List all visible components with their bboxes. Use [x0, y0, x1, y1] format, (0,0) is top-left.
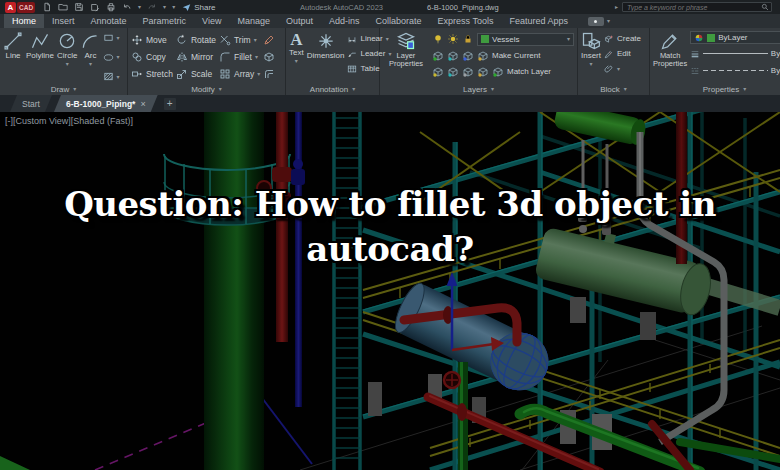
scale-icon	[176, 68, 188, 80]
line-icon	[3, 31, 23, 51]
linetype-icon	[690, 66, 700, 76]
qat-customize-caret-icon[interactable]: ▾	[172, 4, 175, 10]
rectangle-button[interactable]: ▾	[103, 32, 119, 43]
insert-button[interactable]: Insert ▾	[581, 31, 601, 83]
modify-panel-caret-icon: ▾	[219, 86, 222, 92]
search-icon[interactable]	[761, 3, 769, 11]
linetype-dropdown[interactable]: ByLayer	[690, 63, 780, 78]
properties-panel-label[interactable]: Properties ▾	[650, 83, 780, 95]
mirror-button[interactable]: Mirror	[176, 48, 216, 65]
array-button[interactable]: Array ▾	[219, 65, 260, 82]
tab-annotate[interactable]: Annotate	[83, 14, 135, 28]
layer-turn-off-icon[interactable]	[447, 66, 459, 78]
tab-collaborate[interactable]: Collaborate	[368, 14, 430, 28]
line-button[interactable]: Line	[3, 31, 23, 83]
panel-properties: Match Properties ByLayer ByLayer	[650, 28, 780, 95]
rotate-button[interactable]: Rotate	[176, 31, 216, 48]
new-tab-button[interactable]: +	[164, 98, 176, 110]
autocad-logo-a: A	[5, 2, 16, 13]
tab-view[interactable]: View	[194, 14, 229, 28]
dim-overlay	[0, 112, 780, 470]
layer-on-bulb-icon[interactable]	[432, 33, 444, 45]
tab-express-tools[interactable]: Express Tools	[430, 14, 502, 28]
share-button[interactable]: Share	[182, 3, 215, 12]
tab-insert[interactable]: Insert	[44, 14, 83, 28]
polyline-button[interactable]: Polyline	[26, 31, 54, 83]
ribbon-minimize-button[interactable]: ▾	[588, 17, 610, 26]
block-panel-label[interactable]: Block ▾	[578, 83, 649, 95]
ellipse-button[interactable]: ▾	[103, 52, 119, 63]
arc-label: Arc	[84, 52, 96, 60]
layer-freeze-icon[interactable]	[462, 50, 474, 62]
erase-button[interactable]	[263, 31, 275, 48]
tab-parametric[interactable]: Parametric	[135, 14, 195, 28]
fillet-label: Fillet	[234, 52, 252, 62]
edit-block-button[interactable]: Edit	[604, 46, 641, 61]
layer-lock-toggle-icon[interactable]	[477, 50, 489, 62]
stretch-button[interactable]: Stretch	[131, 65, 173, 82]
tab-featured-apps[interactable]: Featured Apps	[501, 14, 576, 28]
create-block-button[interactable]: Create	[604, 31, 641, 46]
layer-fade-icon[interactable]	[462, 66, 474, 78]
arc-button[interactable]: Arc ▾	[80, 31, 100, 83]
dimension-icon	[316, 31, 336, 51]
move-button[interactable]: Move	[131, 31, 173, 48]
viewport-controls[interactable]: [-][Custom View][Shaded (Fast)]	[5, 116, 133, 126]
create-block-label: Create	[617, 34, 641, 43]
search-expand-caret-icon[interactable]: ▸	[615, 3, 618, 10]
match-properties-button[interactable]: Match Properties	[653, 31, 687, 83]
layer-unisolate-icon[interactable]	[447, 50, 459, 62]
layer-thaw-sun-icon[interactable]	[447, 33, 459, 45]
help-search-box	[622, 2, 772, 12]
tab-output[interactable]: Output	[278, 14, 321, 28]
layer-isolate-icon[interactable]	[432, 50, 444, 62]
properties-panel-title: Properties	[703, 85, 739, 94]
rotate-icon	[176, 34, 188, 46]
layer-properties-button[interactable]: Layer Properties	[383, 31, 429, 83]
layers-panel-label[interactable]: Layers ▾	[380, 83, 577, 95]
leader-icon	[347, 49, 357, 59]
drawing-viewport[interactable]: [-][Custom View][Shaded (Fast)] Question…	[0, 112, 780, 470]
draw-panel-label[interactable]: Draw ▾	[0, 83, 127, 95]
table-icon	[347, 64, 357, 74]
ribbon-minimize-icon	[588, 17, 604, 26]
hatch-button[interactable]: ▾	[103, 71, 119, 82]
layer-select-dropdown[interactable]: Vessels ▾	[477, 33, 574, 46]
insert-caret-icon: ▾	[590, 61, 593, 67]
trim-label: Trim	[234, 35, 251, 45]
make-current-button[interactable]: Make Current	[492, 51, 540, 60]
fillet-button[interactable]: Fillet ▾	[219, 48, 260, 65]
tab-home[interactable]: Home	[4, 14, 44, 28]
rotate-label: Rotate	[191, 35, 216, 45]
lineweight-dropdown[interactable]: ByLayer	[690, 46, 780, 61]
circle-button[interactable]: Circle ▾	[57, 31, 77, 83]
redo-caret-icon[interactable]: ▾	[163, 4, 166, 10]
layer-off-icon[interactable]	[432, 66, 444, 78]
modify-panel-label[interactable]: Modify ▾	[128, 83, 285, 95]
dimension-button[interactable]: Dimension	[307, 31, 345, 83]
trim-button[interactable]: Trim ▾	[219, 31, 260, 48]
search-input[interactable]	[625, 3, 761, 12]
layer-lock-icon[interactable]	[462, 33, 474, 45]
annotation-panel-label[interactable]: Annotation ▾	[286, 83, 379, 95]
block-attributes-button[interactable]: ▾	[604, 61, 641, 76]
properties-panel-caret-icon: ▾	[743, 86, 746, 92]
text-button[interactable]: A Text ▾	[289, 31, 304, 83]
match-layer-button[interactable]: Match Layer	[507, 67, 551, 76]
copy-button[interactable]: Copy	[131, 48, 173, 65]
offset-button[interactable]	[263, 65, 275, 82]
object-color-dropdown[interactable]: ByLayer	[690, 31, 780, 44]
layer-walk-icon[interactable]	[477, 66, 489, 78]
file-tab-active-document[interactable]: 6-B-1000_Piping* ×	[54, 95, 158, 112]
tab-add-ins[interactable]: Add-ins	[321, 14, 368, 28]
explode-button[interactable]	[263, 48, 275, 65]
layer-match-icon[interactable]	[492, 66, 504, 78]
scale-button[interactable]: Scale	[176, 65, 216, 82]
draw-panel-title: Draw	[51, 85, 70, 94]
autocad-logo[interactable]: A CAD	[5, 2, 35, 13]
tab-manage[interactable]: Manage	[229, 14, 278, 28]
close-tab-icon[interactable]: ×	[140, 99, 145, 109]
ellipse-caret-icon: ▾	[116, 54, 119, 60]
undo-caret-icon[interactable]: ▾	[138, 4, 141, 10]
file-tab-start[interactable]: Start	[10, 95, 52, 112]
